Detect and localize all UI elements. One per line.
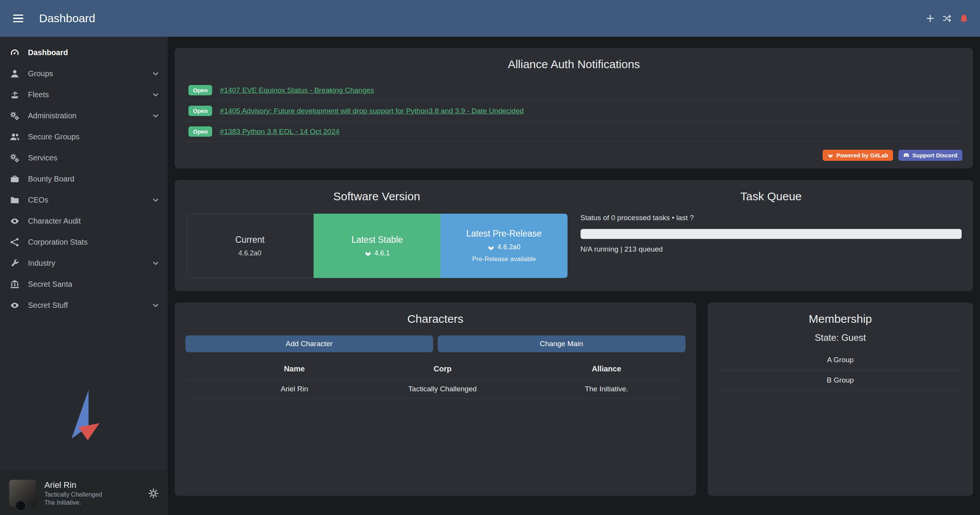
sidebar-item-fleets[interactable]: Fleets (0, 84, 168, 105)
user-icon (10, 69, 20, 78)
share-icon (10, 237, 20, 247)
sidebar-item-secret-stuff[interactable]: Secret Stuff (0, 295, 168, 316)
status-badge: Open (188, 85, 212, 95)
page-title: Dashboard (39, 12, 95, 25)
task-queue-status: Status of 0 processed tasks • last ? (581, 214, 962, 222)
table-row: Ariel Rin Tactically Challenged The Init… (185, 379, 686, 399)
sidebar-item-label: Services (28, 154, 57, 162)
sidebar-item-secret-santa[interactable]: Secret Santa (0, 274, 168, 295)
sidebar-item-services[interactable]: Services (0, 147, 168, 168)
notifications-title: Alliance Auth Notifications (185, 58, 962, 71)
sidebar-item-label: Corporation Stats (28, 238, 88, 247)
membership-title: Membership (718, 312, 964, 325)
task-queue-title: Task Queue (581, 190, 962, 203)
latest-prerelease-value: 4.6.2a0 (497, 243, 520, 251)
character-alliance: The Initiative. (528, 385, 686, 393)
sidebar-item-secure-groups[interactable]: Secure Groups (0, 126, 168, 147)
user-footer: Ariel Rin Tactically Challenged The Init… (0, 471, 168, 515)
sidebar-item-label: Secret Stuff (28, 301, 68, 310)
gitlab-badge-label: Powered by GitLab (836, 152, 888, 159)
latest-stable-box[interactable]: Latest Stable 4.6.1 (314, 214, 440, 278)
latest-prerelease-box[interactable]: Latest Pre-Release 4.6.2a0 Pre-Release a… (440, 214, 567, 278)
gitlab-badge[interactable]: Powered by GitLab (823, 150, 893, 161)
notification-row: Open #1383 Python 3.8 EOL - 14 Oct 2024 (185, 121, 962, 142)
column-header-name: Name (231, 365, 357, 373)
sidebar-nav: Dashboard Groups Fleets Administration (0, 37, 168, 316)
notification-row: Open #1407 EVE Equinox Status - Breaking… (185, 80, 962, 101)
version-boxes: Current 4.6.2a0 Latest Stable 4.6.1 Late… (186, 214, 568, 278)
characters-panel: Characters Add Character Change Main Nam… (175, 302, 696, 496)
fleet-icon (10, 90, 20, 100)
notification-link[interactable]: #1407 EVE Equinox Status - Breaking Chan… (220, 86, 374, 95)
user-info: Ariel Rin Tactically Challenged The Init… (44, 480, 102, 506)
gitlab-icon (828, 152, 833, 158)
corp-logo-badge (15, 500, 26, 511)
alliance-auth-logo (0, 389, 168, 441)
menu-icon[interactable] (9, 10, 27, 27)
current-version-value: 4.6.2a0 (239, 249, 262, 257)
tachometer-icon (10, 48, 20, 57)
sidebar-item-label: Fleets (28, 90, 49, 99)
shuffle-icon[interactable] (942, 14, 952, 23)
sidebar-item-corporation-stats[interactable]: Corporation Stats (0, 232, 168, 253)
top-navbar: Dashboard (0, 0, 980, 37)
sidebar-item-label: CEOs (28, 196, 48, 204)
chevron-down-icon (152, 302, 159, 309)
notification-link[interactable]: #1383 Python 3.8 EOL - 14 Oct 2024 (220, 128, 339, 136)
sidebar-item-label: Character Audit (28, 217, 81, 226)
character-corp: Tactically Challenged (357, 385, 528, 393)
sidebar-item-dashboard[interactable]: Dashboard (0, 42, 168, 63)
current-version-label: Current (235, 235, 265, 245)
change-main-button[interactable]: Change Main (438, 335, 686, 352)
chevron-down-icon (152, 91, 159, 98)
gear-icon[interactable] (148, 488, 159, 499)
membership-state: State: Guest (718, 332, 964, 343)
app-root: Dashboard Dashboard Groups (0, 0, 980, 515)
folder-icon (10, 195, 20, 205)
main-content: Alliance Auth Notifications Open #1407 E… (168, 37, 980, 515)
sidebar-item-groups[interactable]: Groups (0, 63, 168, 84)
sidebar-item-ceos[interactable]: CEOs (0, 190, 168, 211)
sidebar: Dashboard Groups Fleets Administration (0, 37, 168, 515)
bell-icon[interactable] (959, 14, 969, 23)
discord-badge-label: Support Discord (912, 152, 957, 159)
bottom-row: Characters Add Character Change Main Nam… (175, 302, 973, 496)
building-icon (10, 280, 20, 289)
gears-icon (10, 111, 20, 121)
users-icon (10, 132, 20, 142)
sidebar-item-label: Groups (28, 69, 53, 78)
sidebar-item-label: Secret Santa (28, 280, 72, 289)
cogs-icon (10, 153, 20, 163)
current-version-box: Current 4.6.2a0 (186, 214, 314, 278)
chevron-down-icon (152, 112, 159, 119)
discord-badge[interactable]: Support Discord (898, 150, 962, 161)
list-item: A Group (718, 350, 964, 370)
status-panel: Software Version Current 4.6.2a0 Latest … (175, 180, 973, 291)
sidebar-item-label: Administration (28, 111, 77, 120)
briefcase-icon (10, 174, 20, 184)
user-name: Ariel Rin (44, 480, 102, 490)
add-character-button[interactable]: Add Character (185, 335, 433, 352)
characters-table-header: Name Corp Alliance (185, 361, 686, 379)
prerelease-note: Pre-Release available (472, 255, 536, 263)
sidebar-item-bounty-board[interactable]: Bounty Board (0, 168, 168, 190)
notification-link[interactable]: #1405 Advisory: Future development will … (220, 107, 524, 115)
chevron-down-icon (152, 196, 159, 204)
wrench-icon (10, 258, 20, 268)
plus-icon[interactable] (926, 14, 935, 23)
navbar-actions (926, 14, 969, 23)
characters-title: Characters (182, 312, 689, 325)
latest-stable-value: 4.6.1 (375, 249, 390, 257)
sidebar-item-character-audit[interactable]: Character Audit (0, 211, 168, 232)
discord-icon (903, 152, 909, 158)
latest-prerelease-label: Latest Pre-Release (466, 229, 542, 239)
software-version-section: Software Version Current 4.6.2a0 Latest … (186, 190, 568, 278)
task-progress-bar (581, 229, 962, 239)
status-badge: Open (188, 126, 212, 137)
user-alliance: The Initiative. (44, 499, 102, 506)
chevron-down-icon (152, 260, 159, 267)
sidebar-item-administration[interactable]: Administration (0, 105, 168, 126)
column-header-corp: Corp (357, 365, 528, 373)
sidebar-item-industry[interactable]: Industry (0, 253, 168, 274)
sidebar-item-label: Secure Groups (28, 132, 80, 141)
